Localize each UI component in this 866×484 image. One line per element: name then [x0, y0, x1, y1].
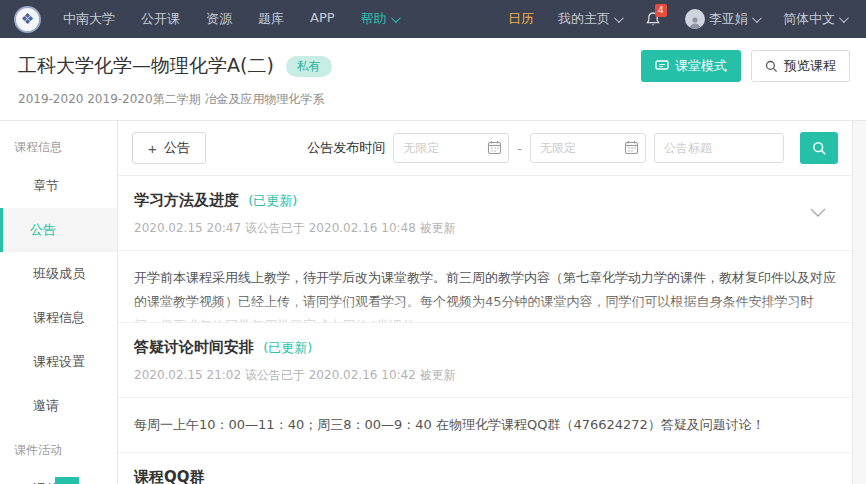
sidebar-item-course-info[interactable]: 课程信息	[0, 296, 117, 340]
sidebar-section-course-info: 课程信息	[0, 125, 117, 164]
search-icon	[812, 141, 827, 156]
sidebar-item-course-settings[interactable]: 课程设置	[0, 340, 117, 384]
chevron-down-icon[interactable]	[810, 208, 826, 217]
announcement-header[interactable]: 答疑讨论时间安排 (已更新) 2020.02.15 21:02 该公告已于 20…	[118, 323, 852, 398]
preview-course-button[interactable]: 预览课程	[751, 50, 850, 82]
chevron-down-icon	[391, 13, 401, 23]
calendar-icon[interactable]	[487, 140, 502, 155]
page-title: 工科大学化学—物理化学A(二)	[18, 53, 274, 79]
updated-tag: (已更新)	[263, 340, 312, 355]
my-home-label: 我的主页	[558, 10, 610, 28]
preview-course-label: 预览课程	[784, 57, 836, 75]
announcement-header[interactable]: 课程QQ群 2020.02.15 20:24	[118, 453, 852, 484]
plus-icon: +	[148, 141, 157, 156]
calendar-icon[interactable]	[624, 140, 639, 155]
search-icon	[765, 60, 778, 73]
nav-item-resources[interactable]: 资源	[206, 10, 232, 28]
top-navbar: ❖ 中南大学 公开课 资源 题库 APP 帮助 日历 我的主页 4	[0, 0, 866, 38]
add-announcement-label: 公告	[164, 139, 191, 157]
sidebar-item-chapters[interactable]: 章节	[0, 164, 117, 208]
announcement-item: 答疑讨论时间安排 (已更新) 2020.02.15 21:02 该公告已于 20…	[118, 323, 852, 453]
sidebar-item-invite[interactable]: 邀请	[0, 384, 117, 428]
user-name: 李亚娟	[709, 10, 748, 28]
help-label: 帮助	[361, 10, 387, 28]
chevron-down-icon	[839, 13, 849, 23]
university-logo-icon[interactable]: ❖	[14, 6, 41, 33]
logo-mark: ❖	[21, 10, 34, 28]
notification-count-badge: 4	[655, 4, 667, 17]
user-menu[interactable]: 李亚娟	[685, 9, 759, 29]
sidebar-section-courseware-activities: 课件活动	[0, 428, 117, 467]
nav-item-university[interactable]: 中南大学	[63, 10, 115, 28]
course-subtitle: 2019-2020 2019-2020第二学期 冶金及应用物理化学系	[18, 91, 850, 108]
classroom-icon	[655, 60, 669, 72]
date-range-separator: -	[517, 141, 522, 156]
announcement-title[interactable]: 课程QQ群	[134, 468, 205, 484]
language-selector[interactable]: 简体中文	[783, 10, 846, 28]
announcement-header[interactable]: 学习方法及进度 (已更新) 2020.02.15 20:47 该公告已于 202…	[118, 176, 852, 251]
announcement-body: 开学前本课程采用线上教学，待开学后改为课堂教学。前三周的教学内容（第七章化学动力…	[118, 251, 852, 323]
course-header: 工科大学化学—物理化学A(二) 私有 课堂模式 预览课程 2019-2020 2…	[0, 38, 866, 121]
notifications-button[interactable]: 4	[645, 11, 661, 28]
right-gutter	[853, 121, 866, 484]
announcements-toolbar: + 公告 公告发布时间 -	[118, 121, 852, 176]
private-badge: 私有	[286, 56, 332, 77]
classroom-mode-label: 课堂模式	[675, 57, 727, 75]
chevron-down-icon	[614, 13, 624, 23]
title-search-input[interactable]	[654, 133, 784, 163]
updated-tag: (已更新)	[248, 193, 297, 208]
chevron-down-icon	[752, 13, 762, 23]
classroom-mode-button[interactable]: 课堂模式	[641, 50, 741, 82]
add-announcement-button[interactable]: + 公告	[132, 132, 206, 164]
person-icon	[688, 15, 702, 29]
announcement-meta: 2020.02.15 21:02 该公告已于 2020.02.16 10:42 …	[134, 367, 836, 384]
navbar-right: 日历 我的主页 4 李亚娟 简体中文	[508, 9, 846, 29]
nav-item-question-bank[interactable]: 题库	[258, 10, 284, 28]
course-sidebar: 课程信息 章节 公告 班级成员 课程信息 课程设置 邀请 课件活动 课件 作业 …	[0, 121, 118, 484]
announcement-item: 课程QQ群 2020.02.15 20:24 为便于通知和讨论问题，本课程组建了…	[118, 453, 852, 484]
date-to-field	[530, 133, 646, 163]
date-from-field	[393, 133, 509, 163]
my-home-dropdown[interactable]: 我的主页	[558, 10, 621, 28]
announcement-body: 每周一上午10：00—11：40；周三8：00—9：40 在物理化学课程QQ群（…	[118, 398, 852, 453]
announcement-title[interactable]: 学习方法及进度	[134, 191, 239, 209]
search-button[interactable]	[800, 132, 838, 164]
nav-item-open-courses[interactable]: 公开课	[141, 10, 180, 28]
announcement-meta: 2020.02.15 20:47 该公告已于 2020.02.16 10:48 …	[134, 220, 836, 237]
announcement-title[interactable]: 答疑讨论时间安排	[134, 338, 254, 356]
announcement-item: 学习方法及进度 (已更新) 2020.02.15 20:47 该公告已于 202…	[118, 176, 852, 323]
nav-menu: 中南大学 公开课 资源 题库 APP 帮助	[63, 10, 398, 28]
nav-item-app[interactable]: APP	[310, 10, 335, 28]
nav-item-help[interactable]: 帮助	[361, 10, 398, 28]
language-label: 简体中文	[783, 10, 835, 28]
sidebar-item-class-members[interactable]: 班级成员	[0, 252, 117, 296]
title-search-field	[654, 133, 784, 163]
calendar-link[interactable]: 日历	[508, 10, 534, 28]
publish-time-label: 公告发布时间	[307, 139, 385, 157]
announcement-filter: 公告发布时间 -	[307, 132, 838, 164]
sidebar-item-announcements[interactable]: 公告	[0, 208, 117, 252]
announcements-panel: + 公告 公告发布时间 -	[118, 121, 853, 484]
user-avatar	[685, 9, 705, 29]
cutoff-teal-element	[55, 477, 79, 484]
